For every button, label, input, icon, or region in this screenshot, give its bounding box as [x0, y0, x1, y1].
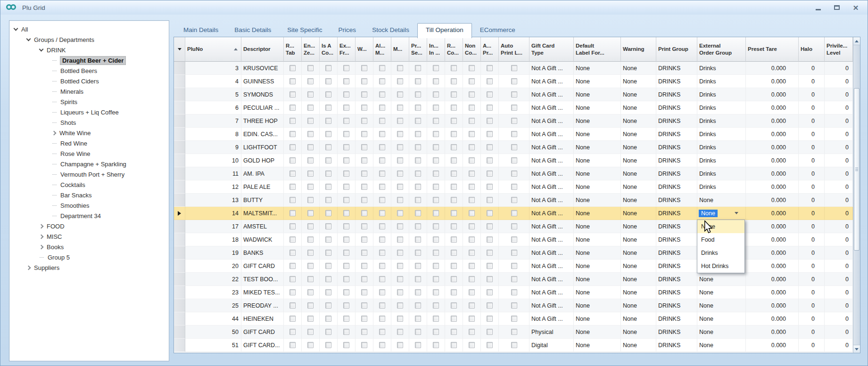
- column-header-check-12[interactable]: Auto Print L...: [499, 37, 529, 62]
- checkbox-icon[interactable]: [379, 210, 385, 216]
- cell-gift[interactable]: Physical: [529, 325, 574, 339]
- cell-halo[interactable]: 0: [799, 339, 825, 352]
- tree-item-groups-departments[interactable]: Groups / Departments: [9, 34, 169, 45]
- checkbox-icon[interactable]: [325, 144, 331, 150]
- checkbox-icon[interactable]: [307, 302, 314, 309]
- cell-default_label[interactable]: None: [574, 180, 621, 194]
- cell-checkbox[interactable]: [391, 246, 409, 260]
- checkbox-icon[interactable]: [433, 236, 439, 243]
- column-header-check-6[interactable]: M...: [391, 37, 409, 62]
- checkbox-icon[interactable]: [397, 316, 403, 322]
- checkbox-icon[interactable]: [397, 131, 403, 137]
- checkbox-icon[interactable]: [397, 65, 403, 71]
- checkbox-icon[interactable]: [379, 144, 385, 150]
- cell-checkbox[interactable]: [427, 180, 445, 194]
- cell-checkbox[interactable]: [373, 273, 391, 286]
- checkbox-icon[interactable]: [415, 342, 421, 348]
- tree-item-draught-beer-cider[interactable]: Draught Beer + Cider: [9, 55, 169, 65]
- cell-checkbox[interactable]: [391, 220, 409, 233]
- checkbox-icon[interactable]: [433, 78, 439, 84]
- cell-external[interactable]: None: [697, 325, 746, 339]
- cell-checkbox[interactable]: [391, 207, 409, 220]
- cell-checkbox[interactable]: [427, 233, 445, 246]
- cell-checkbox[interactable]: [481, 180, 499, 194]
- checkbox-icon[interactable]: [289, 289, 296, 295]
- checkbox-icon[interactable]: [307, 342, 314, 348]
- cell-checkbox[interactable]: [373, 194, 391, 207]
- checkbox-icon[interactable]: [469, 91, 475, 98]
- cell-halo[interactable]: 0: [799, 128, 825, 141]
- chevron-right-icon[interactable]: [26, 265, 31, 270]
- cell-checkbox[interactable]: [445, 75, 463, 88]
- cell-checkbox[interactable]: [499, 273, 529, 286]
- cell-default_label[interactable]: None: [574, 286, 621, 299]
- cell-checkbox[interactable]: [481, 286, 499, 299]
- cell-external[interactable]: None: [697, 299, 746, 312]
- checkbox-icon[interactable]: [451, 302, 457, 309]
- tree-item-champagne-sparkling[interactable]: Champagne + Sparkling: [9, 159, 169, 169]
- checkbox-icon[interactable]: [325, 157, 331, 163]
- row-indicator[interactable]: [174, 141, 185, 154]
- cell-print_group[interactable]: DRINKS: [656, 194, 697, 207]
- cell-plu[interactable]: 50: [185, 325, 241, 339]
- cell-external[interactable]: Drinks: [697, 75, 746, 88]
- cell-checkbox[interactable]: [373, 233, 391, 246]
- cell-checkbox[interactable]: [373, 128, 391, 141]
- checkbox-icon[interactable]: [361, 329, 367, 335]
- checkbox-icon[interactable]: [469, 157, 475, 163]
- cell-checkbox[interactable]: [302, 246, 320, 260]
- cell-preset_tare[interactable]: 0.000: [746, 75, 799, 88]
- cell-checkbox[interactable]: [409, 299, 427, 312]
- checkbox-icon[interactable]: [307, 131, 314, 137]
- cell-checkbox[interactable]: [320, 75, 338, 88]
- cell-default_label[interactable]: None: [574, 75, 621, 88]
- cell-privilege[interactable]: 0: [825, 246, 853, 260]
- cell-print_group[interactable]: DRINKS: [656, 128, 697, 141]
- cell-checkbox[interactable]: [284, 75, 302, 88]
- cell-checkbox[interactable]: [320, 207, 338, 220]
- cell-checkbox[interactable]: [302, 312, 320, 325]
- checkbox-icon[interactable]: [379, 223, 385, 229]
- cell-checkbox[interactable]: [355, 286, 373, 299]
- checkbox-icon[interactable]: [289, 302, 296, 309]
- checkbox-icon[interactable]: [487, 250, 493, 256]
- cell-checkbox[interactable]: [302, 286, 320, 299]
- cell-preset_tare[interactable]: 0.000: [746, 88, 799, 101]
- cell-privilege[interactable]: 0: [825, 141, 853, 154]
- cell-halo[interactable]: 0: [799, 101, 825, 114]
- checkbox-icon[interactable]: [469, 276, 475, 282]
- cell-checkbox[interactable]: [391, 101, 409, 114]
- tree-item-suppliers[interactable]: Suppliers: [9, 262, 169, 273]
- checkbox-icon[interactable]: [325, 184, 331, 190]
- checkbox-icon[interactable]: [379, 78, 385, 84]
- cell-checkbox[interactable]: [338, 286, 355, 299]
- row-indicator[interactable]: [174, 194, 185, 207]
- checkbox-icon[interactable]: [307, 65, 314, 71]
- cell-checkbox[interactable]: [355, 207, 373, 220]
- cell-default_label[interactable]: None: [574, 141, 621, 154]
- cell-checkbox[interactable]: [445, 167, 463, 180]
- checkbox-icon[interactable]: [307, 157, 314, 163]
- checkbox-icon[interactable]: [361, 276, 367, 282]
- cell-checkbox[interactable]: [302, 194, 320, 207]
- checkbox-icon[interactable]: [361, 118, 367, 124]
- cell-checkbox[interactable]: [499, 207, 529, 220]
- checkbox-icon[interactable]: [451, 105, 457, 111]
- cell-descriptor[interactable]: GOLD HOP: [241, 154, 284, 167]
- cell-checkbox[interactable]: [302, 114, 320, 128]
- cell-privilege[interactable]: 0: [825, 286, 853, 299]
- cell-checkbox[interactable]: [302, 260, 320, 273]
- cell-preset_tare[interactable]: 0.000: [746, 194, 799, 207]
- cell-checkbox[interactable]: [338, 62, 355, 75]
- cell-preset_tare[interactable]: 0.000: [746, 128, 799, 141]
- cell-checkbox[interactable]: [355, 167, 373, 180]
- checkbox-icon[interactable]: [487, 157, 493, 163]
- cell-checkbox[interactable]: [445, 233, 463, 246]
- cell-gift[interactable]: Not A Gift ...: [529, 114, 574, 128]
- checkbox-icon[interactable]: [361, 210, 367, 216]
- cell-gift[interactable]: Not A Gift ...: [529, 273, 574, 286]
- column-header-check-11[interactable]: A... Pr...: [481, 37, 499, 62]
- cell-checkbox[interactable]: [391, 325, 409, 339]
- cell-descriptor[interactable]: TEST BOO...: [241, 273, 284, 286]
- checkbox-icon[interactable]: [469, 223, 475, 229]
